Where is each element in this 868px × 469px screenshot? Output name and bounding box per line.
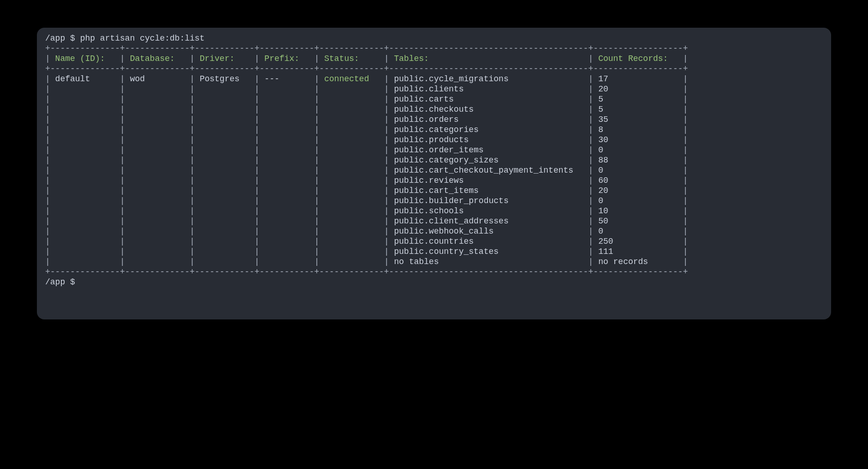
table-line: | | | | | | public.builder_products | 0 … — [45, 196, 823, 206]
table-line: | | | | | | no tables | no records | — [45, 257, 823, 267]
command-line: /app $ php artisan cycle:db:list — [45, 33, 823, 43]
table-line: | | | | | | public.checkouts | 5 | — [45, 104, 823, 114]
terminal-window: /app $ php artisan cycle:db:list +------… — [37, 28, 831, 319]
table-line: | | | | | | public.cart_checkout_payment… — [45, 165, 823, 175]
table-line: +--------------+-------------+----------… — [45, 64, 823, 74]
table-line: | | | | | | public.clients | 20 | — [45, 84, 823, 94]
table-line: +--------------+-------------+----------… — [45, 267, 823, 277]
table-line: | Name (ID): | Database: | Driver: | Pre… — [45, 54, 823, 64]
table-line: | | | | | | public.orders | 35 | — [45, 114, 823, 125]
table-line: | | | | | | public.countries | 250 | — [45, 236, 823, 247]
table-output: +--------------+-------------+----------… — [45, 43, 823, 277]
table-line: | | | | | | public.schools | 10 | — [45, 206, 823, 216]
table-line: | default | wod | Postgres | --- | conne… — [45, 74, 823, 84]
table-line: | | | | | | public.cart_items | 20 | — [45, 186, 823, 196]
table-line: | | | | | | public.country_states | 111 … — [45, 247, 823, 257]
table-line: | | | | | | public.carts | 5 | — [45, 94, 823, 104]
table-line: | | | | | | public.reviews | 60 | — [45, 175, 823, 186]
prompt-path: /app $ — [45, 34, 80, 43]
prompt-idle: /app $ — [45, 277, 823, 287]
table-line: | | | | | | public.webhook_calls | 0 | — [45, 226, 823, 236]
table-line: | | | | | | public.client_addresses | 50… — [45, 216, 823, 226]
table-line: | | | | | | public.category_sizes | 88 | — [45, 155, 823, 165]
table-line: | | | | | | public.order_items | 0 | — [45, 145, 823, 155]
table-line: | | | | | | public.products | 30 | — [45, 135, 823, 145]
table-line: | | | | | | public.categories | 8 | — [45, 125, 823, 135]
table-line: +--------------+-------------+----------… — [45, 43, 823, 54]
command-text: php artisan cycle:db:list — [80, 34, 205, 43]
